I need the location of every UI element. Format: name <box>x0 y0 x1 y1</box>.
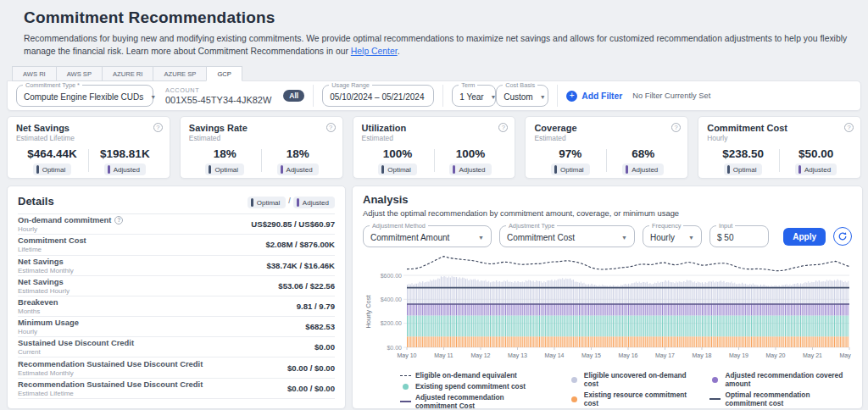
metric-optimal-value: $238.50 <box>707 147 779 160</box>
legend-item: Eligible uncovered on-demand cost <box>569 371 688 388</box>
help-center-link[interactable]: Help Center <box>351 47 398 56</box>
legend-item: Existing resource commitment cost <box>569 391 688 407</box>
dot-marker-icon <box>403 384 409 390</box>
adjustment-method-select[interactable]: Adjustment Method Commitment Amount ▼ <box>363 225 492 247</box>
divider <box>442 85 443 107</box>
row-label-text: Minimum Usage <box>18 318 79 327</box>
details-panel: Details Optimal / Adjusted On-demand com… <box>7 186 346 409</box>
row-label-group: Net SavingsEstimated Hourly <box>18 277 70 295</box>
legend-col: Eligible uncovered on-demand costExistin… <box>569 371 688 410</box>
input-field[interactable]: Input $ 50 <box>709 225 769 247</box>
row-sublabel: Estimated Lifetime <box>18 390 203 397</box>
legend-label: Existing resource commitment cost <box>584 391 688 407</box>
metric-title: Coverage <box>534 123 679 133</box>
help-icon[interactable]: ? <box>671 123 681 132</box>
commitment-type-select[interactable]: Commitment Type * Compute Engine Flexibl… <box>16 85 153 107</box>
adjusted-badge-bar <box>108 165 110 174</box>
usage-range-input[interactable]: Usage Range 05/10/2024 – 05/21/2024 <box>322 85 434 107</box>
metric-values: 18%Optimal18%Adjusted <box>189 147 334 177</box>
metric-adjusted: 100%Adjusted <box>435 147 507 177</box>
metric-adjusted: $198.81KAdjusted <box>89 147 161 177</box>
help-icon[interactable]: ? <box>326 123 336 132</box>
chevron-down-icon: ▼ <box>533 94 546 100</box>
table-row: Net SavingsEstimated Hourly$53.06 / $22.… <box>18 276 335 296</box>
metric-optimal: $464.44KOptimal <box>16 147 88 177</box>
chart-legend: Eligible on-demand equivalentExisting sp… <box>363 371 852 410</box>
table-row: Recommendation Sustained Use Discount Cr… <box>18 357 335 378</box>
table-row: Sustained Use Discount CreditCurrent$0.0… <box>18 337 335 357</box>
help-icon[interactable]: ? <box>844 123 854 132</box>
row-label-group: BreakevenMonths <box>18 297 58 315</box>
metric-card-savings-rate: Savings RateEstimated?18%Optimal18%Adjus… <box>180 116 343 179</box>
row-sublabel: Months <box>18 308 58 315</box>
tab-azure-sp[interactable]: AZURE SP <box>153 66 206 81</box>
metric-adjusted: $50.00Adjusted <box>780 147 852 177</box>
optimal-badge: Optimal <box>33 163 72 175</box>
optimal-badge-label: Optimal <box>214 166 238 174</box>
row-label: Breakeven <box>18 297 58 307</box>
metric-subtitle: Estimated <box>189 134 334 142</box>
adjusted-badge-label: Adjusted <box>632 166 658 174</box>
row-label-group: Recommendation Sustained Use Discount Cr… <box>18 359 203 377</box>
table-row: Minimum UsageHourly$682.53 <box>18 317 335 337</box>
row-sublabel: Lifetime <box>18 246 86 253</box>
page-title: Commitment Recommendations <box>24 8 861 27</box>
metric-adjusted-value: 100% <box>435 147 507 160</box>
optimal-badge-bar <box>209 165 211 174</box>
legend-label: Adjusted recommendation covered amount <box>725 371 852 388</box>
details-legend: Optimal / Adjusted <box>248 193 335 208</box>
metric-card-utilization: UtilizationEstimated?100%Optimal100%Adju… <box>353 116 516 179</box>
term-select[interactable]: Term 1 Year ▼ <box>452 85 496 107</box>
tab-azure-ri[interactable]: AZURE RI <box>102 66 153 81</box>
optimal-badge: Optimal <box>248 197 287 208</box>
cost-basis-select[interactable]: Cost Basis Custom ▼ <box>496 85 548 107</box>
metric-optimal-value: 97% <box>534 147 606 160</box>
row-value: $0.00 / $0.00 <box>287 363 335 373</box>
metric-adjusted-value: 68% <box>607 147 679 160</box>
refresh-button[interactable] <box>833 227 852 246</box>
row-label: Recommendation Sustained Use Discount Cr… <box>18 380 203 389</box>
analysis-title: Analysis <box>363 193 852 206</box>
frequency-select[interactable]: Frequency Hourly ▼ <box>643 225 702 247</box>
tab-gcp[interactable]: GCP <box>206 66 242 81</box>
filter-bar: Commitment Type * Compute Engine Flexibl… <box>7 80 861 111</box>
row-label: Net Savings <box>18 277 70 286</box>
tab-aws-ri[interactable]: AWS RI <box>12 66 56 81</box>
chevron-down-icon: ▼ <box>484 94 497 100</box>
row-label: Commitment Cost <box>18 235 86 245</box>
metric-card-coverage: CoverageEstimated?97%Optimal68%Adjusted <box>525 116 688 179</box>
row-value: $38.74K / $16.46K <box>266 261 335 270</box>
adjusted-badge-label: Adjusted <box>804 166 831 174</box>
tab-aws-sp[interactable]: AWS SP <box>56 66 102 81</box>
row-label-group: Minimum UsageHourly <box>18 318 79 335</box>
metric-adjusted: 68%Adjusted <box>607 147 679 177</box>
adjustment-type-select[interactable]: Adjustment Type Commitment Cost ▼ <box>499 225 635 247</box>
account-label: ACCOUNT <box>165 86 271 94</box>
analysis-subtitle: Adjust the optimal recommendation by com… <box>363 208 852 218</box>
account-value: 001X55-45TY34-4JK82W <box>165 95 271 105</box>
svg-text:May 10: May 10 <box>398 352 417 359</box>
row-label-text: Recommendation Sustained Use Discount Cr… <box>18 380 203 389</box>
apply-button[interactable]: Apply <box>783 228 826 246</box>
metric-optimal: $238.50Optimal <box>707 147 779 177</box>
svg-text:May 21: May 21 <box>803 352 822 359</box>
add-filter-button[interactable]: + Add Filter <box>566 91 622 102</box>
account-all-badge[interactable]: All <box>283 90 304 102</box>
line-marker-icon <box>709 398 721 400</box>
plus-circle-icon: + <box>566 91 577 102</box>
legend-label: Existing spend commitment cost <box>415 382 526 391</box>
row-sublabel: Hourly <box>18 328 79 335</box>
help-icon[interactable]: ? <box>153 123 163 132</box>
help-icon[interactable]: ? <box>498 123 508 132</box>
metric-optimal: 18%Optimal <box>189 147 261 177</box>
hourly-cost-chart: $0.00$200.00$400.00$600.00Hourly CostMay… <box>363 252 852 365</box>
row-label-group: Recommendation Sustained Use Discount Cr… <box>18 380 203 397</box>
adjusted-badge: Adjusted <box>622 163 664 175</box>
optimal-badge-bar <box>36 165 39 174</box>
details-rows: On-demand commitment?HourlyUS$290.85 / U… <box>18 214 335 399</box>
help-icon[interactable]: ? <box>114 216 123 224</box>
row-label-text: On-demand commitment <box>18 215 111 224</box>
row-value: $53.06 / $22.56 <box>278 281 335 291</box>
metric-subtitle: Hourly <box>707 134 852 142</box>
svg-text:May 20: May 20 <box>766 352 786 359</box>
